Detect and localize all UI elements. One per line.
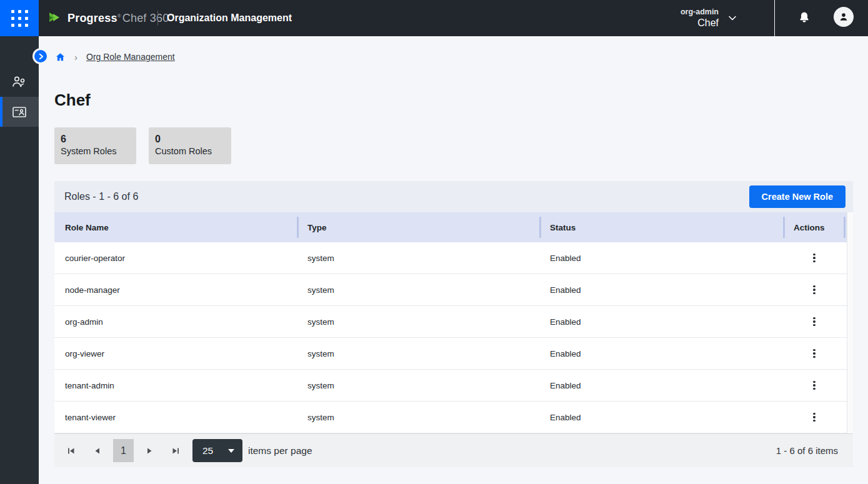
- notifications-button[interactable]: [795, 8, 814, 27]
- sidebar-nav: [0, 36, 39, 484]
- cell-role-name: node-manager: [54, 274, 297, 305]
- table-row: org-admin system Enabled: [54, 306, 847, 338]
- pagination-summary: 1 - 6 of 6 items: [776, 445, 838, 456]
- top-header-bar: Progress®Chef 360™ Organization Manageme…: [0, 0, 868, 36]
- row-actions-kebab-icon[interactable]: [808, 347, 821, 361]
- badge-icon: [11, 104, 27, 119]
- sidebar-expand-button[interactable]: [34, 50, 47, 62]
- stat-card-custom-roles: 0 Custom Roles: [149, 127, 231, 164]
- table-row: org-viewer system Enabled: [54, 338, 847, 370]
- topbar-divider: [774, 0, 775, 36]
- cell-status: Enabled: [539, 274, 783, 305]
- column-header-actions: Actions: [783, 212, 846, 242]
- org-switcher[interactable]: org-admin Chef: [681, 0, 737, 36]
- next-page-button[interactable]: [144, 445, 155, 457]
- cell-type: system: [297, 402, 539, 433]
- user-avatar-button[interactable]: [834, 7, 854, 27]
- current-page-button[interactable]: 1: [113, 439, 134, 462]
- app-title: Organization Management: [167, 0, 292, 36]
- column-header-status[interactable]: Status: [539, 212, 783, 242]
- screen: Progress®Chef 360™ Organization Manageme…: [0, 0, 868, 484]
- sidebar-item-org-roles[interactable]: [0, 97, 39, 127]
- last-page-icon: [171, 447, 180, 455]
- stat-label: Custom Roles: [155, 145, 225, 158]
- page-size-value: 25: [202, 445, 213, 457]
- org-name-label: Chef: [697, 17, 719, 29]
- cell-type: system: [297, 242, 539, 274]
- app-launcher-button[interactable]: [0, 0, 39, 36]
- create-new-role-button[interactable]: Create New Role: [749, 185, 846, 208]
- cell-status: Enabled: [539, 402, 783, 433]
- previous-page-button[interactable]: [92, 445, 103, 457]
- table-scrollbar-track[interactable]: [847, 212, 853, 433]
- cell-type: system: [297, 306, 539, 337]
- row-actions-kebab-icon[interactable]: [808, 283, 821, 297]
- brand-progress: Progress: [67, 12, 117, 24]
- first-page-icon: [67, 447, 76, 455]
- cell-role-name: org-viewer: [54, 338, 297, 369]
- stat-value: 6: [61, 133, 130, 145]
- brand-reg-mark: ®: [117, 13, 121, 19]
- breadcrumb-link-org-role-management[interactable]: Org Role Management: [86, 52, 175, 62]
- cell-role-name: courier-operator: [54, 242, 297, 274]
- breadcrumb: › Org Role Management: [55, 50, 175, 64]
- roles-panel-title: Roles - 1 - 6 of 6: [64, 191, 138, 202]
- org-role-label: org-admin: [681, 7, 719, 16]
- cell-status: Enabled: [539, 338, 783, 369]
- table-row: node-manager system Enabled: [54, 274, 847, 306]
- progress-logo-icon: [47, 11, 62, 26]
- roles-panel-header: Roles - 1 - 6 of 6 Create New Role: [54, 181, 853, 212]
- page-size-dropdown[interactable]: 25: [192, 439, 242, 462]
- row-actions-kebab-icon[interactable]: [808, 315, 821, 329]
- row-actions-kebab-icon[interactable]: [808, 378, 821, 393]
- last-page-button[interactable]: [169, 445, 182, 457]
- users-icon: [11, 74, 27, 89]
- user-icon: [837, 11, 850, 23]
- items-per-page-label: items per page: [248, 445, 312, 457]
- cell-type: system: [297, 338, 539, 369]
- home-icon[interactable]: [55, 52, 66, 62]
- dropdown-caret-icon: [228, 449, 234, 453]
- brand-product: Chef 360: [122, 12, 169, 24]
- first-page-button[interactable]: [64, 445, 78, 457]
- pagination-bar: 1 25 items per page 1 - 6 of 6 items: [54, 433, 853, 467]
- brand-title-divider: [157, 11, 158, 26]
- stat-value: 0: [155, 133, 225, 145]
- chevron-down-icon: [727, 13, 737, 23]
- row-actions-kebab-icon[interactable]: [808, 251, 821, 265]
- row-actions-kebab-icon[interactable]: [808, 410, 821, 425]
- cell-type: system: [297, 274, 539, 305]
- table-row: tenant-admin system Enabled: [54, 370, 847, 402]
- brand-text: Progress®Chef 360™: [67, 12, 174, 25]
- stat-card-system-roles: 6 System Roles: [54, 127, 136, 164]
- table-body: courier-operator system Enabled node-man…: [54, 242, 853, 433]
- table-row: courier-operator system Enabled: [54, 242, 847, 274]
- column-header-type[interactable]: Type: [297, 212, 539, 242]
- cell-status: Enabled: [539, 242, 783, 274]
- apps-grid-icon: [11, 10, 28, 27]
- next-page-icon: [146, 447, 152, 455]
- cell-status: Enabled: [539, 306, 783, 337]
- roles-panel: Roles - 1 - 6 of 6 Create New Role Role …: [54, 181, 853, 467]
- brand-logo: Progress®Chef 360™: [47, 0, 174, 36]
- page-title: Chef: [54, 91, 91, 110]
- previous-page-icon: [94, 447, 101, 455]
- cell-role-name: org-admin: [54, 306, 297, 337]
- chevron-right-icon: [37, 53, 44, 60]
- cell-role-name: tenant-viewer: [54, 402, 297, 433]
- breadcrumb-separator: ›: [74, 52, 77, 62]
- cell-role-name: tenant-admin: [54, 370, 297, 401]
- cell-type: system: [297, 370, 539, 401]
- table-row: tenant-viewer system Enabled: [54, 402, 847, 433]
- bell-icon: [797, 11, 811, 24]
- column-header-role-name[interactable]: Role Name: [54, 212, 297, 242]
- cell-status: Enabled: [539, 370, 783, 401]
- table-header-row: Role Name Type Status Actions: [54, 212, 853, 242]
- sidebar-item-users[interactable]: [0, 67, 39, 97]
- stat-label: System Roles: [61, 145, 130, 158]
